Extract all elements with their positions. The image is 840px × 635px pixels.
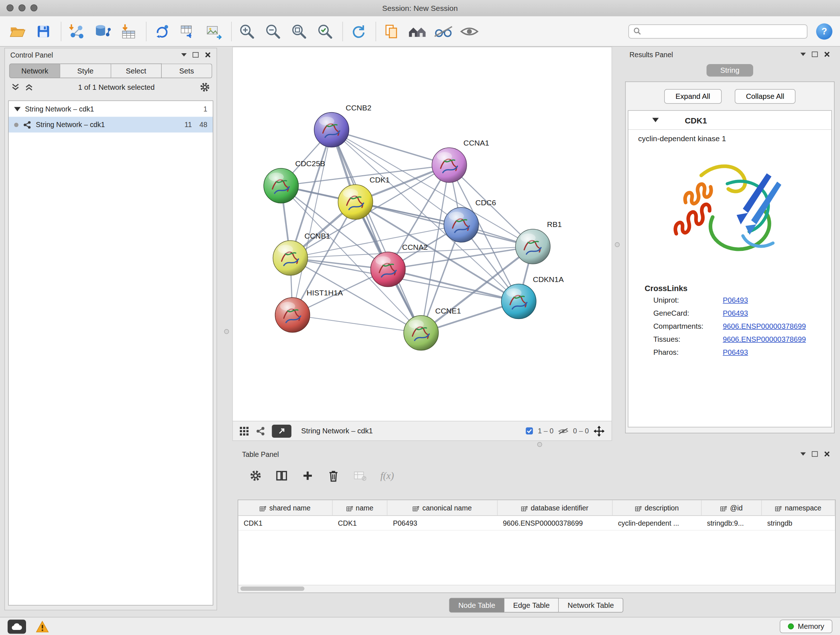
help-button[interactable]: ? (816, 23, 832, 40)
graph-node-CCNA1[interactable] (432, 148, 467, 182)
graph-edge-HIST1H1A-CCNE1[interactable] (293, 315, 422, 333)
zoom-out-button[interactable] (264, 21, 283, 41)
network-graph[interactable]: CCNB2CCNA1CDC25BCDK1CDC6RB1CCNB1CCNA2CDK… (233, 48, 612, 421)
graph-node-CDC6[interactable] (444, 207, 478, 242)
crosslink-compartments-link[interactable]: 9606.ENSP00000378699 (723, 322, 806, 331)
network-row[interactable]: String Network – cdk1 11 48 (9, 117, 213, 133)
crosslink-pharos-link[interactable]: P06493 (723, 348, 748, 356)
tab-edge-table[interactable]: Edge Table (505, 598, 559, 613)
tab-network-table[interactable]: Network Table (559, 598, 623, 613)
panel-float-icon[interactable] (812, 451, 818, 457)
column-header-id[interactable]: @id (701, 500, 761, 516)
zoom-in-button[interactable] (237, 21, 257, 41)
tab-sets[interactable]: Sets (162, 64, 212, 79)
function-builder-button[interactable]: f(x) (381, 470, 394, 481)
left-splitter-handle[interactable] (224, 329, 229, 334)
new-network-from-selection-button[interactable] (152, 21, 172, 41)
scrollbar-thumb[interactable] (240, 586, 305, 591)
save-session-button[interactable] (34, 21, 53, 41)
copy-document-button[interactable] (382, 21, 401, 41)
collapse-all-button[interactable]: Collapse All (734, 89, 796, 104)
export-table-button[interactable] (178, 21, 197, 41)
column-header-database-identifier[interactable]: database identifier (497, 500, 613, 516)
table-row[interactable]: CDK1 CDK1 P06493 9606.ENSP00000378699 cy… (238, 516, 835, 531)
tab-string[interactable]: String (706, 64, 753, 77)
tab-network[interactable]: Network (9, 64, 60, 79)
panel-float-icon[interactable] (193, 52, 199, 57)
open-session-button[interactable] (8, 21, 27, 41)
warning-icon[interactable] (36, 621, 49, 632)
search-input[interactable] (645, 27, 803, 36)
apply-layout-button[interactable] (348, 21, 368, 41)
import-network-from-database-button[interactable] (93, 21, 112, 41)
graph-node-CDKN1A[interactable] (501, 284, 536, 319)
selected-checkbox-icon[interactable] (525, 427, 534, 435)
delete-column-icon[interactable] (328, 470, 339, 482)
graph-node-CCNB1[interactable] (273, 241, 308, 276)
expand-all-icon[interactable] (25, 83, 33, 91)
graph-node-CCNB2[interactable] (314, 112, 349, 147)
graph-edge-CCNB2-CCNA1[interactable] (332, 130, 450, 165)
network-canvas[interactable]: CCNB2CCNA1CDC25BCDK1CDC6RB1CCNB1CCNA2CDK… (232, 47, 612, 421)
panel-close-icon[interactable] (205, 52, 211, 58)
show-columns-icon[interactable] (276, 470, 287, 482)
collapse-all-icon[interactable] (11, 83, 20, 91)
home-pages-button[interactable] (408, 21, 427, 41)
grid-view-icon[interactable] (240, 426, 249, 436)
tab-select[interactable]: Select (111, 64, 162, 79)
hidden-eye-slash-icon[interactable] (558, 427, 569, 435)
zoom-window-button[interactable] (30, 4, 38, 11)
pan-move-icon[interactable] (593, 425, 605, 437)
column-header-canonical-name[interactable]: canonical name (387, 500, 497, 516)
crosslink-uniprot-link[interactable]: P06493 (723, 296, 748, 304)
expand-all-button[interactable]: Expand All (664, 89, 722, 104)
import-network-button[interactable] (67, 21, 87, 41)
close-window-button[interactable] (6, 4, 14, 11)
panel-close-icon[interactable] (824, 451, 830, 457)
tab-style[interactable]: Style (60, 64, 111, 79)
zoom-selected-button[interactable] (316, 21, 335, 41)
panel-menu-icon[interactable] (801, 53, 806, 56)
column-header-shared-name[interactable]: shared name (238, 500, 333, 516)
birds-eye-view-button[interactable] (272, 424, 292, 437)
memory-button[interactable]: Memory (780, 620, 832, 633)
disclosure-triangle-icon[interactable] (652, 118, 659, 122)
graph-node-CCNE1[interactable] (404, 316, 439, 350)
zoom-fit-button[interactable] (289, 21, 309, 41)
graph-node-CDK1[interactable] (338, 185, 373, 219)
crosslink-genecard-link[interactable]: P06493 (723, 309, 748, 318)
graph-edge-CCNB2-HIST1H1A[interactable] (293, 130, 332, 315)
horizontal-scrollbar[interactable] (238, 585, 835, 593)
panel-float-icon[interactable] (812, 52, 818, 57)
column-header-namespace[interactable]: namespace (762, 500, 835, 516)
graph-edge-CCNB2-CCNE1[interactable] (332, 130, 422, 333)
graph-node-CDC25B[interactable] (264, 168, 298, 203)
column-header-name[interactable]: name (332, 500, 387, 516)
gear-icon[interactable] (249, 470, 262, 482)
graph-edge-CCNA2-CDKN1A[interactable] (388, 269, 519, 302)
crosslink-tissues-link[interactable]: 9606.ENSP00000378699 (723, 335, 806, 344)
column-label: database identifier (531, 504, 588, 512)
tab-node-table[interactable]: Node Table (449, 598, 504, 613)
cloud-button[interactable] (8, 619, 26, 633)
graph-node-HIST1H1A[interactable] (275, 298, 310, 333)
hide-details-button[interactable] (434, 21, 453, 41)
import-table-button[interactable] (119, 21, 139, 41)
bottom-splitter-handle[interactable] (537, 442, 542, 447)
add-column-icon[interactable] (302, 470, 314, 482)
minimize-window-button[interactable] (19, 4, 26, 11)
gear-icon[interactable] (200, 82, 210, 92)
right-splitter-handle[interactable] (615, 242, 620, 247)
export-image-button[interactable] (204, 21, 224, 41)
graph-node-CCNA2[interactable] (371, 252, 406, 287)
panel-menu-icon[interactable] (181, 53, 187, 57)
disclosure-triangle-icon[interactable] (14, 107, 21, 111)
panel-menu-icon[interactable] (801, 453, 806, 456)
column-header-description[interactable]: description (613, 500, 701, 516)
show-graphics-details-button[interactable] (460, 21, 479, 41)
gene-section-header[interactable]: CDK1 (628, 111, 831, 130)
network-collection-row[interactable]: String Network – cdk1 1 (9, 101, 213, 117)
graph-node-RB1[interactable] (515, 229, 550, 264)
share-network-icon[interactable] (256, 426, 265, 436)
panel-close-icon[interactable] (824, 51, 830, 57)
